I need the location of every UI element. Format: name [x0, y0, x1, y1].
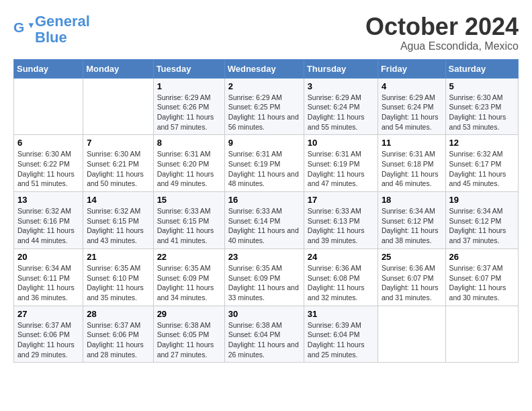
day-number: 16 — [228, 195, 300, 205]
calendar-cell: 27Sunrise: 6:37 AMSunset: 6:06 PMDayligh… — [14, 306, 83, 363]
calendar-cell: 5Sunrise: 6:30 AMSunset: 6:23 PMDaylight… — [445, 78, 518, 135]
day-content: Sunrise: 6:30 AMSunset: 6:23 PMDaylight:… — [449, 93, 515, 132]
calendar-week-5: 27Sunrise: 6:37 AMSunset: 6:06 PMDayligh… — [14, 306, 519, 363]
logo-line1: General — [35, 13, 90, 30]
page-header: G General Blue October 2024 Agua Escondi… — [13, 13, 519, 52]
header-cell-thursday: Thursday — [304, 59, 378, 78]
day-content: Sunrise: 6:30 AMSunset: 6:21 PMDaylight:… — [87, 149, 149, 189]
header-cell-friday: Friday — [378, 59, 445, 78]
header-cell-monday: Monday — [83, 59, 153, 78]
day-number: 23 — [228, 252, 300, 262]
day-content: Sunrise: 6:33 AMSunset: 6:15 PMDaylight:… — [157, 206, 221, 246]
day-content: Sunrise: 6:31 AMSunset: 6:19 PMDaylight:… — [308, 149, 374, 189]
calendar-cell: 29Sunrise: 6:38 AMSunset: 6:05 PMDayligh… — [153, 306, 224, 363]
day-number: 10 — [308, 138, 374, 148]
day-content: Sunrise: 6:29 AMSunset: 6:26 PMDaylight:… — [157, 93, 221, 132]
day-content: Sunrise: 6:37 AMSunset: 6:07 PMDaylight:… — [449, 263, 515, 303]
day-number: 12 — [449, 138, 515, 148]
day-content: Sunrise: 6:35 AMSunset: 6:09 PMDaylight:… — [228, 263, 300, 303]
day-content: Sunrise: 6:36 AMSunset: 6:08 PMDaylight:… — [308, 263, 374, 303]
day-number: 29 — [157, 309, 221, 319]
calendar-cell: 28Sunrise: 6:37 AMSunset: 6:06 PMDayligh… — [83, 306, 153, 363]
day-content: Sunrise: 6:33 AMSunset: 6:13 PMDaylight:… — [308, 206, 374, 246]
calendar-cell: 4Sunrise: 6:29 AMSunset: 6:24 PMDaylight… — [378, 78, 445, 135]
calendar-cell: 21Sunrise: 6:35 AMSunset: 6:10 PMDayligh… — [83, 248, 153, 306]
calendar-cell: 9Sunrise: 6:31 AMSunset: 6:19 PMDaylight… — [224, 135, 304, 192]
day-number: 22 — [157, 252, 221, 262]
day-number: 19 — [449, 195, 515, 205]
logo-text: General Blue — [35, 13, 90, 46]
day-content: Sunrise: 6:37 AMSunset: 6:06 PMDaylight:… — [87, 320, 149, 360]
day-number: 27 — [17, 309, 79, 319]
day-content: Sunrise: 6:38 AMSunset: 6:05 PMDaylight:… — [157, 320, 221, 360]
header-cell-wednesday: Wednesday — [224, 59, 304, 78]
calendar-cell: 19Sunrise: 6:34 AMSunset: 6:12 PMDayligh… — [445, 192, 518, 249]
day-number: 8 — [157, 138, 221, 148]
day-number: 9 — [228, 138, 300, 148]
calendar-cell — [445, 306, 518, 363]
calendar-cell — [83, 78, 153, 135]
day-content: Sunrise: 6:33 AMSunset: 6:14 PMDaylight:… — [228, 206, 300, 246]
header-row: SundayMondayTuesdayWednesdayThursdayFrid… — [14, 59, 519, 78]
calendar-week-2: 6Sunrise: 6:30 AMSunset: 6:22 PMDaylight… — [14, 135, 519, 192]
day-number: 18 — [382, 195, 442, 205]
calendar-cell: 18Sunrise: 6:34 AMSunset: 6:12 PMDayligh… — [378, 192, 445, 249]
day-content: Sunrise: 6:29 AMSunset: 6:25 PMDaylight:… — [228, 93, 300, 132]
calendar-cell: 15Sunrise: 6:33 AMSunset: 6:15 PMDayligh… — [153, 192, 224, 249]
day-number: 24 — [308, 252, 374, 262]
calendar-table: SundayMondayTuesdayWednesdayThursdayFrid… — [13, 59, 519, 363]
day-number: 21 — [87, 252, 149, 262]
day-content: Sunrise: 6:38 AMSunset: 6:04 PMDaylight:… — [228, 320, 300, 360]
calendar-week-4: 20Sunrise: 6:34 AMSunset: 6:11 PMDayligh… — [14, 248, 519, 306]
subtitle: Agua Escondida, Mexico — [365, 40, 519, 52]
calendar-cell: 26Sunrise: 6:37 AMSunset: 6:07 PMDayligh… — [445, 248, 518, 306]
day-number: 3 — [308, 81, 374, 91]
day-content: Sunrise: 6:39 AMSunset: 6:04 PMDaylight:… — [308, 320, 374, 360]
header-cell-sunday: Sunday — [14, 59, 83, 78]
calendar-cell: 25Sunrise: 6:36 AMSunset: 6:07 PMDayligh… — [378, 248, 445, 306]
day-number: 4 — [382, 81, 442, 91]
calendar-cell: 24Sunrise: 6:36 AMSunset: 6:08 PMDayligh… — [304, 248, 378, 306]
day-number: 14 — [87, 195, 149, 205]
day-content: Sunrise: 6:35 AMSunset: 6:10 PMDaylight:… — [87, 263, 149, 303]
header-cell-saturday: Saturday — [445, 59, 518, 78]
day-content: Sunrise: 6:34 AMSunset: 6:11 PMDaylight:… — [17, 263, 79, 303]
calendar-cell: 12Sunrise: 6:32 AMSunset: 6:17 PMDayligh… — [445, 135, 518, 192]
calendar-cell: 7Sunrise: 6:30 AMSunset: 6:21 PMDaylight… — [83, 135, 153, 192]
logo-icon: G — [13, 18, 34, 38]
day-content: Sunrise: 6:34 AMSunset: 6:12 PMDaylight:… — [382, 206, 442, 246]
calendar-cell: 20Sunrise: 6:34 AMSunset: 6:11 PMDayligh… — [14, 248, 83, 306]
calendar-header: SundayMondayTuesdayWednesdayThursdayFrid… — [14, 59, 519, 78]
day-number: 17 — [308, 195, 374, 205]
calendar-cell: 11Sunrise: 6:31 AMSunset: 6:18 PMDayligh… — [378, 135, 445, 192]
calendar-cell: 17Sunrise: 6:33 AMSunset: 6:13 PMDayligh… — [304, 192, 378, 249]
logo: G General Blue — [13, 13, 90, 46]
day-content: Sunrise: 6:35 AMSunset: 6:09 PMDaylight:… — [157, 263, 221, 303]
calendar-week-1: 1Sunrise: 6:29 AMSunset: 6:26 PMDaylight… — [14, 78, 519, 135]
day-content: Sunrise: 6:32 AMSunset: 6:16 PMDaylight:… — [17, 206, 79, 246]
day-content: Sunrise: 6:32 AMSunset: 6:15 PMDaylight:… — [87, 206, 149, 246]
day-number: 20 — [17, 252, 79, 262]
day-content: Sunrise: 6:37 AMSunset: 6:06 PMDaylight:… — [17, 320, 79, 360]
day-number: 2 — [228, 81, 300, 91]
day-content: Sunrise: 6:32 AMSunset: 6:17 PMDaylight:… — [449, 149, 515, 189]
calendar-week-3: 13Sunrise: 6:32 AMSunset: 6:16 PMDayligh… — [14, 192, 519, 249]
calendar-cell: 14Sunrise: 6:32 AMSunset: 6:15 PMDayligh… — [83, 192, 153, 249]
day-number: 7 — [87, 138, 149, 148]
calendar-cell: 13Sunrise: 6:32 AMSunset: 6:16 PMDayligh… — [14, 192, 83, 249]
calendar-cell: 1Sunrise: 6:29 AMSunset: 6:26 PMDaylight… — [153, 78, 224, 135]
logo-line2: Blue — [35, 29, 67, 46]
calendar-cell: 6Sunrise: 6:30 AMSunset: 6:22 PMDaylight… — [14, 135, 83, 192]
calendar-cell: 16Sunrise: 6:33 AMSunset: 6:14 PMDayligh… — [224, 192, 304, 249]
day-number: 6 — [17, 138, 79, 148]
day-content: Sunrise: 6:30 AMSunset: 6:22 PMDaylight:… — [17, 149, 79, 189]
day-number: 15 — [157, 195, 221, 205]
calendar-cell: 3Sunrise: 6:29 AMSunset: 6:24 PMDaylight… — [304, 78, 378, 135]
day-number: 13 — [17, 195, 79, 205]
calendar-cell: 23Sunrise: 6:35 AMSunset: 6:09 PMDayligh… — [224, 248, 304, 306]
calendar-cell — [378, 306, 445, 363]
calendar-body: 1Sunrise: 6:29 AMSunset: 6:26 PMDaylight… — [14, 78, 519, 363]
day-number: 25 — [382, 252, 442, 262]
header-cell-tuesday: Tuesday — [153, 59, 224, 78]
calendar-cell: 8Sunrise: 6:31 AMSunset: 6:20 PMDaylight… — [153, 135, 224, 192]
